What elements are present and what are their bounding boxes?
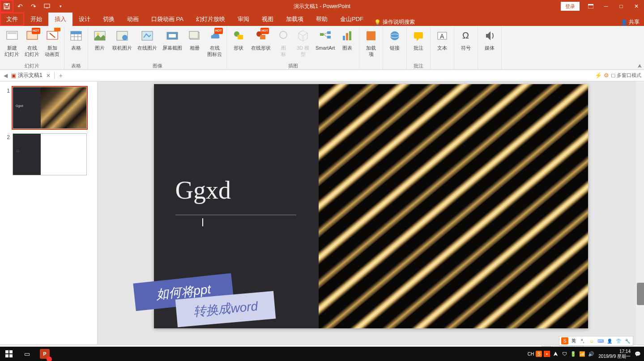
online-shapes-button[interactable]: HOT在线形状 <box>248 27 273 63</box>
tab-pocket-anim[interactable]: 口袋动画 PA <box>145 13 190 26</box>
multi-window-button[interactable]: ▢ 多窗口模式 <box>611 72 641 79</box>
thumbnail-slide-1[interactable]: Ggxd <box>13 87 87 129</box>
side-panel-tab[interactable] <box>637 283 644 305</box>
icons-button[interactable]: 图 标 <box>273 27 293 63</box>
ime-punct-icon[interactable]: °, <box>579 337 586 344</box>
ime-lang-button[interactable]: 英 <box>570 337 577 344</box>
document-tab[interactable]: ▣ 演示文稿1 <box>9 71 44 80</box>
collapse-ribbon-button[interactable]: ⮝ <box>638 64 642 68</box>
tab-animation[interactable]: 动画 <box>121 13 145 26</box>
tray-volume-icon[interactable]: 🔊 <box>588 350 595 357</box>
login-button[interactable]: 登录 <box>561 2 580 11</box>
svg-rect-22 <box>169 34 176 38</box>
shapes-button[interactable]: 形状 <box>229 27 248 63</box>
symbol-icon: Ω <box>459 29 473 43</box>
symbol-button[interactable]: Ω符号 <box>456 27 476 63</box>
tray-battery-icon[interactable]: 🔋 <box>570 350 577 357</box>
3d-model-button[interactable]: 3D 模 型 <box>293 27 313 63</box>
online-picture-button[interactable]: 联机图片 <box>110 27 135 63</box>
shapes-icon <box>231 29 246 43</box>
speaker-icon <box>482 29 497 43</box>
icon-cloud-button[interactable]: HOT在线 图标云 <box>205 27 225 63</box>
ime-sogou-icon[interactable]: S <box>561 337 568 344</box>
ribbon-group-tables: 表格 表格 <box>64 26 88 69</box>
smartart-button[interactable]: SmartArt <box>313 27 337 63</box>
prev-tab-button[interactable]: ◀ <box>2 72 9 79</box>
start-slideshow-button[interactable] <box>40 0 54 13</box>
new-anim-page-button[interactable]: 新加 动画页 <box>42 27 62 63</box>
thumbnail-number: 2 <box>4 133 10 175</box>
svg-rect-36 <box>346 33 348 40</box>
tray-network-icon[interactable]: 📶 <box>579 350 586 357</box>
tray-security-icon[interactable]: 🛡 <box>561 350 568 357</box>
new-slide-button[interactable]: 新建 幻灯片 <box>2 27 22 63</box>
ribbon-display-button[interactable] <box>583 0 598 13</box>
svg-point-39 <box>390 31 399 40</box>
tab-view[interactable]: 视图 <box>256 13 280 26</box>
qat-more-button[interactable]: ▾ <box>54 0 67 13</box>
taskbar-clock[interactable]: 17:14 2019/9/9 星期一 <box>597 349 632 359</box>
tray-app-icon[interactable]: ▪ <box>544 351 550 357</box>
ime-toolbar[interactable]: S 英 °, ☺ ⌨ 👤 👕 🔧 <box>559 336 633 346</box>
start-button[interactable] <box>0 347 18 361</box>
task-view-button[interactable]: ▭ <box>18 347 36 361</box>
textbox-button[interactable]: A文本 <box>432 27 452 63</box>
comment-button[interactable]: 批注 <box>409 27 428 63</box>
album-icon <box>188 29 202 43</box>
tab-slideshow[interactable]: 幻灯片放映 <box>190 13 231 26</box>
text-cursor <box>202 218 203 226</box>
ime-skin-icon[interactable]: 👕 <box>615 337 622 344</box>
thumbnail-slide-2[interactable]: ⬚ <box>13 133 87 175</box>
ime-tool-icon[interactable]: 🔧 <box>624 337 631 344</box>
close-tab-button[interactable]: ✕ <box>44 72 52 79</box>
tab-home[interactable]: 开始 <box>24 13 48 26</box>
tab-design[interactable]: 设计 <box>73 13 97 26</box>
ime-emoji-icon[interactable]: ☺ <box>588 337 595 344</box>
maximize-button[interactable]: □ <box>614 0 629 13</box>
tab-review[interactable]: 审阅 <box>231 13 256 26</box>
picture-button[interactable]: 图片 <box>90 27 110 63</box>
tab-help[interactable]: 帮助 <box>310 13 334 26</box>
tab-addins[interactable]: 加载项 <box>280 13 310 26</box>
close-button[interactable]: ✕ <box>629 0 644 13</box>
svg-rect-15 <box>71 31 81 34</box>
undo-button[interactable]: ↶ <box>13 0 27 13</box>
table-button[interactable]: 表格 <box>66 27 86 63</box>
tray-sogou-icon[interactable]: S <box>536 351 542 357</box>
ribbon-group-text: A文本 <box>431 26 454 69</box>
ime-keyboard-icon[interactable]: ⌨ <box>597 337 604 344</box>
tab-file[interactable]: 文件 <box>0 13 24 26</box>
tab-kingsoft-pdf[interactable]: 金山PDF <box>334 13 370 26</box>
table-icon <box>69 29 83 43</box>
minimize-button[interactable]: ─ <box>598 0 614 13</box>
addins-button[interactable]: 加载 项 <box>361 27 381 63</box>
svg-point-19 <box>122 35 128 40</box>
chart-button[interactable]: 图表 <box>337 27 357 63</box>
taskbar-powerpoint[interactable]: P <box>36 347 54 361</box>
save-button[interactable] <box>0 0 13 13</box>
tab-settings-icon[interactable]: ⚙ <box>604 72 609 79</box>
share-button[interactable]: 👤 共享 <box>621 18 640 26</box>
album-button[interactable]: 相册 <box>185 27 205 63</box>
thumbnail-number: 1 <box>4 87 10 129</box>
slide-title-text[interactable]: Ggxd <box>175 176 231 204</box>
tab-transition[interactable]: 切换 <box>97 13 121 26</box>
notifications-button[interactable]: 💬 <box>634 350 641 357</box>
tray-up-arrow-icon[interactable]: ⮝ <box>552 350 559 357</box>
ime-language-indicator[interactable]: CH <box>528 352 534 357</box>
tab-insert[interactable]: 插入 <box>48 13 73 26</box>
document-tab-bar: ◀ ▣ 演示文稿1 ✕ + ⚡ ⚙ ▢ 多窗口模式 <box>0 70 644 81</box>
cube-icon <box>296 29 310 43</box>
online-slide-button[interactable]: HOT在线 幻灯片 <box>22 27 42 63</box>
ime-person-icon[interactable]: 👤 <box>606 337 613 344</box>
media-button[interactable]: 媒体 <box>480 27 499 63</box>
link-button[interactable]: 链接 <box>385 27 405 63</box>
add-tab-button[interactable]: + <box>56 72 65 79</box>
svg-rect-41 <box>414 32 423 38</box>
tab-action-icon[interactable]: ⚡ <box>595 72 602 79</box>
tell-me-search[interactable]: 💡 操作说明搜索 <box>374 18 415 26</box>
screenshot-button[interactable]: 屏幕截图 <box>160 27 185 63</box>
svg-rect-24 <box>189 31 198 38</box>
redo-button[interactable]: ↷ <box>27 0 40 13</box>
online-image-button[interactable]: 在线图片 <box>135 27 160 63</box>
